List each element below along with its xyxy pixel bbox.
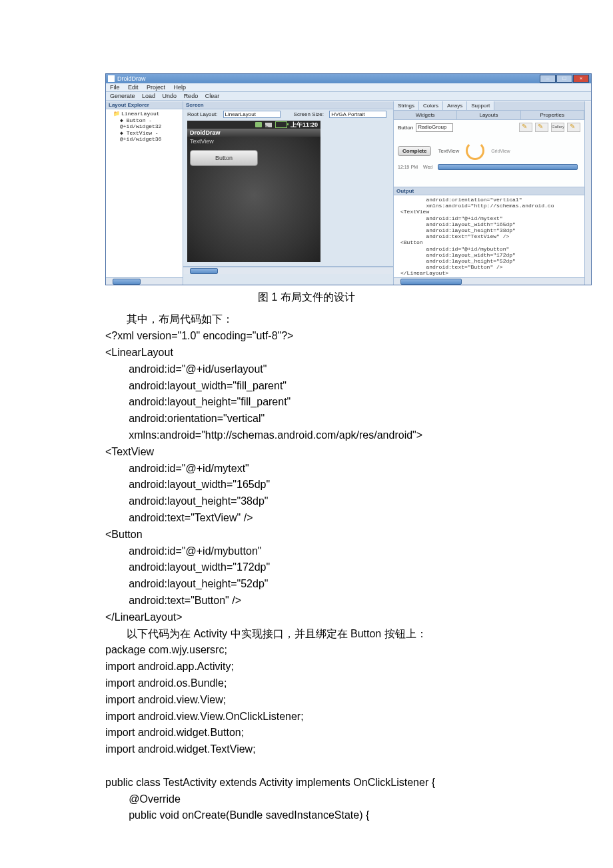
root-layout-label: Root Layout: bbox=[187, 111, 217, 117]
xml-code-block: <?xml version="1.0" encoding="utf-8"?> <… bbox=[105, 328, 508, 625]
explorer-scrollbar[interactable] bbox=[106, 277, 183, 285]
menu-edit[interactable]: Edit bbox=[128, 84, 139, 91]
tree-item-button[interactable]: ◆ Button - @+id/widget32 bbox=[108, 117, 181, 130]
minimize-button[interactable]: – bbox=[540, 75, 556, 83]
tool-load[interactable]: Load bbox=[142, 93, 155, 99]
tab-colors[interactable]: Colors bbox=[419, 101, 443, 110]
intro-paragraph: 其中，布局代码如下： bbox=[105, 311, 508, 328]
right-vscrollbar[interactable] bbox=[584, 101, 591, 285]
palette-textview-label[interactable]: TextView bbox=[438, 148, 459, 154]
menu-project[interactable]: Project bbox=[147, 84, 165, 91]
palette-complete-button[interactable]: Complete bbox=[398, 146, 431, 156]
tab-properties[interactable]: Properties bbox=[521, 111, 584, 119]
phone-preview[interactable]: DroidDraw TextView Button bbox=[187, 129, 320, 262]
screen-size-select[interactable]: HVGA Portrait bbox=[329, 111, 386, 118]
menu-help[interactable]: Help bbox=[174, 84, 187, 91]
phone-app-title: DroidDraw bbox=[187, 129, 320, 137]
palette-widget-icon[interactable] bbox=[535, 123, 548, 132]
preview-button[interactable]: Button bbox=[190, 150, 258, 166]
tree-root[interactable]: LinearLayout bbox=[108, 111, 181, 117]
palette-spinner-icon[interactable] bbox=[466, 141, 484, 160]
palette-widget-icon[interactable] bbox=[519, 123, 532, 132]
right-scrollbar[interactable] bbox=[394, 277, 584, 285]
java-code-block: package com.wjy.usersrc; import android.… bbox=[105, 642, 508, 824]
screen-size-label: Screen Size: bbox=[294, 111, 324, 117]
palette-tabs-row1: Strings Colors Arrays Support bbox=[394, 101, 584, 111]
tool-generate[interactable]: Generate bbox=[110, 93, 135, 99]
palette-gallery-icon[interactable] bbox=[551, 123, 564, 132]
signal-icon bbox=[265, 123, 272, 127]
tool-redo[interactable]: Redo bbox=[184, 93, 199, 99]
menu-file[interactable]: File bbox=[110, 84, 120, 91]
window-title: DroidDraw bbox=[117, 75, 146, 82]
menubar: File Edit Project Help bbox=[106, 83, 591, 92]
tab-arrays[interactable]: Arrays bbox=[443, 101, 467, 110]
palette-widget-icon[interactable] bbox=[567, 123, 580, 132]
toolbar: Generate Load Undo Redo Clear bbox=[106, 92, 591, 101]
palette-radiogroup-input[interactable]: RadioGroup bbox=[416, 123, 453, 132]
phone-statusbar: 上午11:20 bbox=[187, 121, 320, 129]
palette-button-label: Button bbox=[398, 125, 413, 131]
palette-status-time: 12:19 PM bbox=[398, 165, 418, 169]
tab-strings[interactable]: Strings bbox=[394, 101, 419, 110]
right-panel: Strings Colors Arrays Support Widgets La… bbox=[393, 101, 591, 285]
status-time: 上午11:20 bbox=[291, 121, 318, 129]
android-icon bbox=[255, 122, 262, 127]
tab-layouts[interactable]: Layouts bbox=[457, 111, 520, 119]
layout-tree[interactable]: LinearLayout ◆ Button - @+id/widget32 ◆ … bbox=[106, 109, 183, 277]
para-activity: 以下代码为在 Activity 中实现接口，并且绑定在 Button 按钮上： bbox=[105, 626, 508, 643]
droiddraw-window: DroidDraw – □ × File Edit Project Help G… bbox=[105, 73, 592, 285]
root-layout-select[interactable]: LinearLayout bbox=[223, 111, 281, 118]
output-code[interactable]: android:orientation="vertical" xmlns:and… bbox=[394, 195, 584, 277]
palette-slider[interactable] bbox=[438, 164, 578, 170]
tree-item-textview[interactable]: ◆ TextView - @+id/widget36 bbox=[108, 130, 181, 143]
maximize-button[interactable]: □ bbox=[556, 75, 572, 83]
output-title: Output bbox=[394, 187, 584, 195]
tab-widgets[interactable]: Widgets bbox=[394, 111, 457, 119]
tab-support[interactable]: Support bbox=[467, 101, 494, 110]
battery-icon bbox=[275, 121, 287, 128]
screen-panel-title: Screen bbox=[183, 101, 393, 109]
app-icon bbox=[108, 75, 115, 82]
center-scrollbar[interactable] bbox=[183, 267, 393, 274]
window-titlebar: DroidDraw – □ × bbox=[106, 74, 591, 83]
palette-status-day: Wed bbox=[423, 165, 432, 169]
preview-textview[interactable]: TextView bbox=[187, 137, 320, 146]
widget-palette: Button RadioGroup Complete bbox=[394, 120, 584, 187]
layout-explorer-title: Layout Explorer bbox=[106, 101, 183, 109]
close-button[interactable]: × bbox=[573, 75, 589, 83]
tool-undo[interactable]: Undo bbox=[163, 93, 177, 99]
document-body: 其中，布局代码如下： <?xml version="1.0" encoding=… bbox=[105, 311, 508, 824]
layout-explorer-panel: Layout Explorer LinearLayout ◆ Button - … bbox=[106, 101, 183, 285]
palette-tabs-row2: Widgets Layouts Properties bbox=[394, 111, 584, 120]
figure-caption: 图 1 布局文件的设计 bbox=[105, 291, 508, 305]
tool-clear[interactable]: Clear bbox=[205, 93, 220, 99]
palette-gridview-label[interactable]: GridView bbox=[491, 149, 510, 153]
